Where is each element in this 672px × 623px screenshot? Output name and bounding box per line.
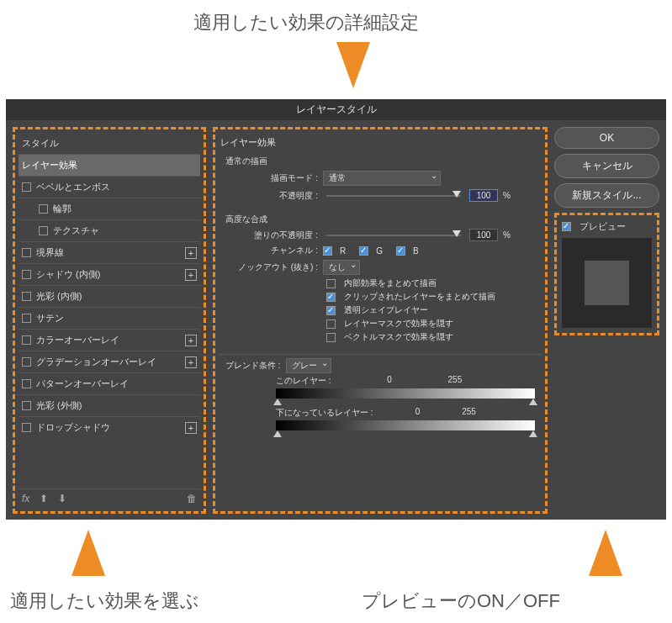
style-checkbox[interactable] bbox=[39, 204, 48, 214]
adv-option-0: 内部効果をまとめて描画 bbox=[225, 277, 535, 290]
arrow-up-right-icon bbox=[589, 530, 622, 576]
adv-option-1: クリップされたレイヤーをまとめて描画 bbox=[225, 290, 535, 304]
effects-bottom-bar: fx ⬆ ⬇ 🗑 bbox=[19, 488, 200, 508]
style-label: 光彩 (外側) bbox=[36, 399, 82, 412]
this-layer-label: このレイヤー : bbox=[276, 375, 331, 387]
style-label: ベベルとエンボス bbox=[36, 181, 110, 193]
adv-checkbox[interactable] bbox=[326, 279, 336, 288]
style-item-5[interactable]: シャドウ (内側)+ bbox=[19, 263, 200, 285]
style-checkbox[interactable] bbox=[22, 182, 31, 192]
fill-opacity-label: 塗りの不透明度 : bbox=[225, 230, 318, 241]
ok-button[interactable]: OK bbox=[554, 127, 659, 149]
effect-settings-panel: レイヤー効果 通常の描画 描画モード : 通常 不透明度 : 100 % 高度な… bbox=[213, 127, 548, 514]
style-label: 光彩 (内側) bbox=[36, 290, 82, 303]
preview-thumbnail bbox=[562, 238, 652, 328]
style-checkbox[interactable] bbox=[39, 226, 48, 235]
trash-icon[interactable]: 🗑 bbox=[187, 493, 197, 504]
underlying-layer-label: 下になっているレイヤー : bbox=[276, 407, 373, 419]
layer-style-dialog: レイヤースタイル スタイル レイヤー効果ベベルとエンボス輪郭テクスチャ境界線+シ… bbox=[6, 99, 666, 520]
add-effect-icon[interactable]: + bbox=[185, 269, 197, 281]
percent-label: % bbox=[503, 191, 511, 200]
blendif-select[interactable]: グレー bbox=[286, 358, 331, 373]
opacity-slider[interactable] bbox=[326, 195, 461, 197]
style-checkbox[interactable] bbox=[22, 379, 31, 388]
add-effect-icon[interactable]: + bbox=[185, 335, 197, 346]
blendif-label: ブレンド条件 : bbox=[225, 360, 281, 372]
arrow-down-icon bbox=[336, 42, 370, 88]
new-style-button[interactable]: 新規スタイル... bbox=[554, 183, 659, 208]
style-checkbox[interactable] bbox=[22, 401, 31, 410]
style-checkbox[interactable] bbox=[22, 292, 31, 301]
style-item-10[interactable]: パターンオーバーレイ bbox=[19, 372, 200, 394]
channel-g-checkbox[interactable] bbox=[359, 246, 368, 256]
effects-list-panel: スタイル レイヤー効果ベベルとエンボス輪郭テクスチャ境界線+シャドウ (内側)+… bbox=[13, 127, 206, 514]
advanced-blend-title: 高度な合成 bbox=[225, 212, 535, 227]
up-icon[interactable]: ⬆ bbox=[40, 493, 48, 504]
fx-icon[interactable]: fx bbox=[22, 493, 29, 504]
style-label: サテン bbox=[36, 312, 64, 325]
add-effect-icon[interactable]: + bbox=[185, 356, 197, 368]
this-layer-gradient[interactable] bbox=[276, 388, 535, 399]
adv-checkbox[interactable] bbox=[326, 333, 336, 342]
settings-title: レイヤー効果 bbox=[219, 133, 542, 152]
cancel-button[interactable]: キャンセル bbox=[554, 154, 659, 178]
style-label: シャドウ (内側) bbox=[36, 268, 100, 281]
style-checkbox[interactable] bbox=[22, 357, 31, 367]
style-label: 境界線 bbox=[36, 246, 64, 259]
callout-bottom-right: プレビューのON／OFF bbox=[362, 589, 560, 614]
callout-bottom-left: 適用したい効果を選ぶ bbox=[10, 589, 199, 614]
blend-mode-select[interactable]: 通常 bbox=[323, 171, 441, 186]
style-item-11[interactable]: 光彩 (外側) bbox=[19, 394, 200, 416]
style-item-1[interactable]: ベベルとエンボス bbox=[19, 176, 200, 198]
style-checkbox[interactable] bbox=[22, 248, 31, 257]
style-label: レイヤー効果 bbox=[22, 159, 77, 172]
underlying-layer-gradient[interactable] bbox=[276, 420, 535, 430]
styles-header[interactable]: スタイル bbox=[19, 133, 200, 154]
fill-opacity-input[interactable]: 100 bbox=[469, 229, 498, 241]
style-label: テクスチャ bbox=[53, 224, 99, 237]
style-checkbox[interactable] bbox=[22, 270, 31, 279]
fill-opacity-slider[interactable] bbox=[326, 235, 461, 236]
adv-option-3: レイヤーマスクで効果を隠す bbox=[225, 317, 535, 330]
style-label: 輪郭 bbox=[53, 203, 71, 215]
adv-checkbox[interactable] bbox=[326, 319, 336, 329]
normal-blend-title: 通常の描画 bbox=[225, 154, 535, 169]
channel-label: チャンネル : bbox=[225, 245, 318, 256]
style-label: ドロップシャドウ bbox=[36, 421, 110, 434]
preview-label: プレビュー bbox=[579, 220, 626, 233]
adv-option-2: 透明シェイプレイヤー bbox=[225, 304, 535, 317]
adv-checkbox[interactable] bbox=[326, 306, 336, 315]
style-item-2[interactable]: 輪郭 bbox=[19, 198, 200, 219]
style-label: カラーオーバーレイ bbox=[36, 334, 119, 346]
channel-r-checkbox[interactable] bbox=[323, 246, 332, 256]
style-item-7[interactable]: サテン bbox=[19, 307, 200, 329]
blend-mode-label: 描画モード : bbox=[225, 172, 318, 184]
style-checkbox[interactable] bbox=[22, 335, 31, 345]
style-label: パターンオーバーレイ bbox=[36, 377, 129, 390]
style-item-0[interactable]: レイヤー効果 bbox=[19, 154, 200, 176]
style-item-3[interactable]: テクスチャ bbox=[19, 219, 200, 241]
opacity-input[interactable]: 100 bbox=[469, 189, 498, 202]
knockout-select[interactable]: なし bbox=[323, 260, 360, 275]
style-checkbox[interactable] bbox=[22, 423, 31, 432]
adv-option-4: ベクトルマスクで効果を隠す bbox=[225, 330, 535, 344]
arrow-up-left-icon bbox=[71, 530, 105, 576]
add-effect-icon[interactable]: + bbox=[185, 422, 197, 434]
add-effect-icon[interactable]: + bbox=[185, 247, 197, 259]
style-item-12[interactable]: ドロップシャドウ+ bbox=[19, 416, 200, 438]
action-column: OK キャンセル 新規スタイル... プレビュー bbox=[554, 127, 659, 514]
preview-panel: プレビュー bbox=[554, 213, 659, 335]
style-item-9[interactable]: グラデーションオーバーレイ+ bbox=[19, 351, 200, 372]
style-label: グラデーションオーバーレイ bbox=[36, 356, 156, 368]
style-item-4[interactable]: 境界線+ bbox=[19, 241, 200, 263]
preview-checkbox[interactable] bbox=[562, 222, 571, 231]
style-checkbox[interactable] bbox=[22, 314, 31, 323]
adv-checkbox[interactable] bbox=[326, 293, 336, 302]
down-icon[interactable]: ⬇ bbox=[58, 493, 66, 504]
style-item-8[interactable]: カラーオーバーレイ+ bbox=[19, 329, 200, 351]
knockout-label: ノックアウト (抜き) : bbox=[225, 261, 318, 273]
opacity-label: 不透明度 : bbox=[225, 190, 318, 202]
channel-b-checkbox[interactable] bbox=[396, 246, 405, 256]
dialog-title: レイヤースタイル bbox=[6, 99, 666, 120]
style-item-6[interactable]: 光彩 (内側) bbox=[19, 285, 200, 307]
